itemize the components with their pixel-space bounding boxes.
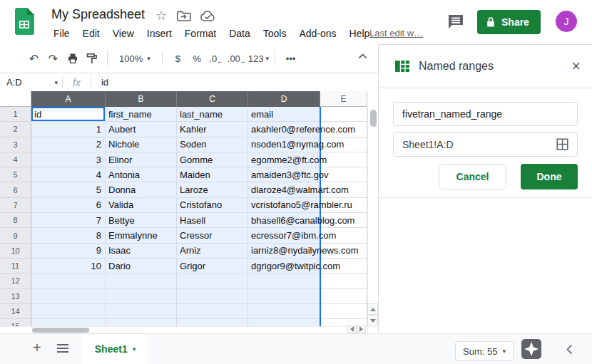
row-header-1[interactable]: 1 [0, 107, 31, 122]
number-format-button[interactable]: 123 ▾ [248, 53, 269, 64]
cell-A10[interactable]: 9 [31, 244, 106, 259]
column-header-A[interactable]: A [31, 91, 106, 107]
move-folder-icon[interactable] [176, 10, 191, 22]
undo-icon[interactable]: ↶ [24, 52, 44, 66]
comment-history-icon[interactable] [446, 14, 465, 31]
cell-D12[interactable] [248, 274, 320, 288]
cell-A6[interactable]: 5 [31, 182, 106, 197]
range-name-input[interactable]: fivetran_named_range [393, 102, 578, 126]
menu-data[interactable]: Data [223, 26, 257, 41]
cell-C2[interactable]: Kahler [177, 122, 248, 137]
row-header-3[interactable]: 3 [0, 137, 31, 152]
row-header-9[interactable]: 9 [0, 228, 31, 243]
cell-C11[interactable]: Grigor [177, 259, 248, 274]
row-header-10[interactable]: 10 [0, 244, 31, 259]
cell-B10[interactable]: Isaac [106, 244, 177, 259]
row-header-7[interactable]: 7 [0, 198, 31, 213]
cell-C1[interactable]: last_name [177, 107, 248, 122]
cell-E13[interactable] [320, 289, 367, 304]
select-all-corner[interactable] [0, 91, 31, 107]
cell-C6[interactable]: Laroze [177, 182, 248, 197]
cell-C3[interactable]: Soden [177, 137, 248, 152]
cell-B11[interactable]: Dario [106, 259, 177, 274]
vertical-scrollbar[interactable] [367, 107, 378, 333]
cell-B7[interactable]: Valida [106, 198, 177, 213]
cell-B13[interactable] [106, 289, 177, 304]
cell-C12[interactable] [177, 274, 248, 288]
cell-B14[interactable] [106, 304, 177, 319]
column-header-C[interactable]: C [177, 91, 248, 107]
formula-input[interactable]: id [91, 77, 108, 88]
zoom-select[interactable]: 100% ▾ [113, 53, 156, 64]
all-sheets-icon[interactable] [57, 344, 68, 355]
column-header-D[interactable]: D [248, 91, 320, 107]
cell-D4[interactable]: egomme2@ft.com [248, 152, 320, 167]
cell-E1[interactable] [320, 107, 367, 122]
row-header-4[interactable]: 4 [0, 152, 31, 167]
scroll-down-button[interactable] [367, 315, 378, 326]
cell-D7[interactable]: vcristofano5@rambler.ru [248, 198, 320, 213]
menu-insert[interactable]: Insert [141, 26, 178, 41]
format-percent-button[interactable]: % [188, 53, 207, 64]
cell-E12[interactable] [320, 274, 367, 288]
cell-E14[interactable] [320, 304, 367, 319]
print-icon[interactable] [63, 53, 82, 64]
more-toolbar-button[interactable]: ••• [281, 53, 300, 64]
hide-menus-icon[interactable] [358, 53, 367, 59]
decrease-decimal-button[interactable]: .0← [207, 53, 228, 64]
cell-A9[interactable]: 8 [31, 228, 106, 243]
cell-A1[interactable]: id [31, 107, 106, 122]
row-header-13[interactable]: 13 [0, 289, 31, 304]
done-button[interactable]: Done [521, 164, 578, 189]
document-title[interactable]: My Spreadsheet [51, 7, 145, 22]
chevron-left-icon[interactable] [566, 344, 573, 355]
row-header-5[interactable]: 5 [0, 167, 31, 182]
avatar[interactable]: J [556, 11, 577, 32]
cell-A12[interactable] [31, 274, 106, 288]
cell-D13[interactable] [248, 289, 320, 304]
cell-B6[interactable]: Donna [106, 182, 177, 197]
cell-B8[interactable]: Bettye [106, 213, 177, 228]
menu-view[interactable]: View [106, 26, 141, 41]
cell-D1[interactable]: email [248, 107, 320, 122]
cell-A4[interactable]: 3 [31, 152, 106, 167]
name-box[interactable]: A:D ▾ [0, 77, 62, 88]
row-header-12[interactable]: 12 [0, 274, 31, 288]
cell-D3[interactable]: nsoden1@nymag.com [248, 137, 320, 152]
row-header-6[interactable]: 6 [0, 182, 31, 197]
sum-indicator[interactable]: Sum: 55 ▾ [455, 341, 514, 361]
cell-C10[interactable]: Arniz [177, 244, 248, 259]
increase-decimal-button[interactable]: .00→ [228, 53, 248, 64]
row-header-2[interactable]: 2 [0, 122, 31, 137]
column-header-E[interactable]: E [320, 91, 367, 107]
cell-A7[interactable]: 6 [31, 198, 106, 213]
redo-icon[interactable]: ↷ [44, 52, 63, 66]
cell-B4[interactable]: Elinor [106, 152, 177, 167]
row-header-8[interactable]: 8 [0, 213, 31, 228]
horizontal-scrollbar[interactable] [0, 326, 367, 333]
sheet-tab[interactable]: Sheet1 ▾ [82, 334, 148, 364]
sheets-logo-icon[interactable] [14, 8, 34, 35]
cancel-button[interactable]: Cancel [439, 164, 506, 189]
cell-D8[interactable]: bhasell6@canalblog.com [248, 213, 320, 228]
cell-C13[interactable] [177, 289, 248, 304]
scroll-up-button[interactable] [367, 303, 378, 315]
cell-D6[interactable]: dlaroze4@walmart.com [248, 182, 320, 197]
cell-B9[interactable]: Emmalynne [106, 228, 177, 243]
menu-file[interactable]: File [47, 26, 76, 41]
cell-A5[interactable]: 4 [31, 167, 106, 182]
scroll-left-button[interactable] [347, 325, 357, 333]
cloud-status-icon[interactable] [200, 10, 216, 22]
cell-B2[interactable]: Aubert [106, 122, 177, 137]
cell-D11[interactable]: dgrigor9@twitpic.com [248, 259, 320, 274]
row-header-14[interactable]: 14 [0, 304, 31, 319]
cell-C7[interactable]: Cristofano [177, 198, 248, 213]
cell-A13[interactable] [31, 289, 106, 304]
cell-D2[interactable]: akahler0@reference.com [248, 122, 320, 137]
cell-A8[interactable]: 7 [31, 213, 106, 228]
close-icon[interactable]: × [571, 58, 581, 74]
cell-B1[interactable]: first_name [106, 107, 177, 122]
cell-B5[interactable]: Antonia [106, 167, 177, 182]
scroll-right-button[interactable] [357, 325, 366, 333]
last-edit-link[interactable]: Last edit w… [369, 28, 423, 38]
